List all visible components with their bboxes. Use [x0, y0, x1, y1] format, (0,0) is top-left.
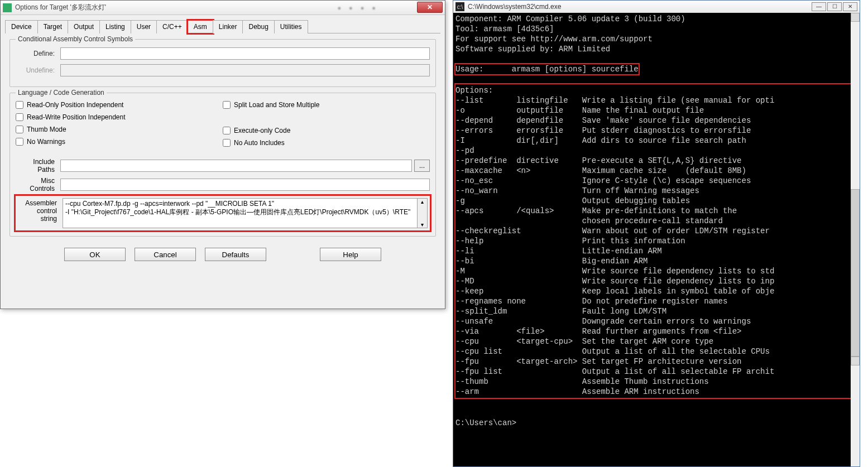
include-paths-input[interactable] [60, 160, 412, 172]
misc-controls-input[interactable] [60, 179, 430, 191]
group-conditional-symbols: Conditional Assembly Control Symbols Def… [9, 39, 436, 87]
cmd-icon: c:\ [455, 2, 464, 11]
cmd-scrollbar[interactable] [851, 13, 860, 466]
tab-linker[interactable]: Linker [213, 20, 243, 33]
ok-button[interactable]: OK [64, 248, 126, 261]
tab-target[interactable]: Target [37, 20, 68, 33]
cmd-usage-line: Usage: armasm [options] sourcefile [455, 64, 639, 74]
undefine-input [60, 64, 430, 76]
define-label: Define: [16, 50, 55, 57]
define-input[interactable] [60, 47, 430, 60]
cmd-options-block: Options: --list listingfile Write a list… [455, 84, 857, 398]
check-nowarn-label: No Warnings [27, 138, 65, 146]
check-ro-pi[interactable] [16, 101, 23, 109]
check-thumb-label: Thumb Mode [27, 126, 66, 133]
tab-bar: Device Target Output Listing User C/C++ … [5, 20, 440, 33]
cmd-min-button[interactable]: — [812, 2, 826, 11]
assembler-control-string[interactable] [63, 198, 418, 228]
dialog-title: Options for Target '多彩流水灯' [15, 3, 337, 12]
tab-ccpp[interactable]: C/C++ [156, 20, 188, 33]
cmd-prompt: C:\Users\can> [455, 418, 516, 427]
tab-output[interactable]: Output [68, 20, 100, 33]
check-rw-pi[interactable] [16, 113, 23, 121]
tab-utilities[interactable]: Utilities [274, 20, 308, 33]
tab-body: Conditional Assembly Control Symbols Def… [1, 33, 445, 267]
tab-listing[interactable]: Listing [99, 20, 131, 33]
help-button[interactable]: Help [320, 248, 381, 261]
misc-controls-label: Misc Controls [16, 177, 55, 192]
check-no-auto-inc[interactable] [223, 139, 231, 147]
cmd-header: Component: ARM Compiler 5.06 update 3 (b… [455, 15, 685, 54]
cmd-window: c:\ C:\Windows\system32\cmd.exe — ☐ ✕ Co… [453, 0, 860, 467]
options-dialog: Options for Target '多彩流水灯' ●●●● Device T… [0, 0, 445, 309]
check-thumb[interactable] [16, 126, 23, 133]
assembler-control-label: Assembler control string [18, 198, 57, 223]
check-ro-pi-label: Read-Only Position Independent [27, 101, 123, 109]
check-exec-only[interactable] [223, 127, 231, 134]
check-split-ldst-label: Split Load and Store Multiple [234, 101, 319, 109]
cmd-options-hdr: Options: [455, 86, 493, 95]
tab-asm[interactable]: Asm [188, 20, 213, 33]
assembler-scroll[interactable]: ▴▾ [418, 198, 428, 228]
check-no-auto-inc-label: No Auto Includes [234, 139, 285, 147]
cmd-max-button[interactable]: ☐ [827, 2, 842, 11]
check-rw-pi-label: Read-Write Position Independent [27, 113, 126, 121]
group-language-legend: Language / Code Generation [16, 89, 107, 97]
app-icon [3, 3, 12, 12]
tab-debug[interactable]: Debug [242, 20, 274, 33]
tab-device[interactable]: Device [5, 20, 38, 33]
include-paths-label: Include Paths [16, 158, 55, 174]
cmd-titlebar[interactable]: c:\ C:\Windows\system32\cmd.exe — ☐ ✕ [453, 1, 860, 13]
group-conditional-legend: Conditional Assembly Control Symbols [16, 35, 135, 43]
background-tabs-blur: ●●●● [337, 4, 376, 11]
cmd-close-button[interactable]: ✕ [843, 2, 857, 11]
undefine-label: Undefine: [16, 66, 55, 74]
check-nowarn[interactable] [16, 138, 23, 146]
check-split-ldst[interactable] [223, 101, 231, 109]
cmd-output[interactable]: Component: ARM Compiler 5.06 update 3 (b… [453, 13, 860, 466]
defaults-button[interactable]: Defaults [205, 248, 266, 261]
dialog-titlebar[interactable]: Options for Target '多彩流水灯' ●●●● [1, 1, 445, 15]
check-exec-only-label: Execute-only Code [234, 127, 290, 134]
assembler-control-row: Assembler control string ▴▾ [16, 196, 430, 230]
include-paths-browse[interactable]: ... [414, 160, 430, 172]
cmd-title: C:\Windows\system32\cmd.exe [468, 3, 561, 11]
cancel-button[interactable]: Cancel [135, 248, 196, 261]
tab-user[interactable]: User [131, 20, 157, 33]
cmd-options-body: --list listingfile Write a listing file … [455, 96, 774, 396]
group-language-codegen: Language / Code Generation Read-Only Pos… [9, 93, 436, 237]
close-button[interactable] [417, 2, 443, 13]
dialog-button-bar: OK Cancel Defaults Help [9, 242, 436, 261]
